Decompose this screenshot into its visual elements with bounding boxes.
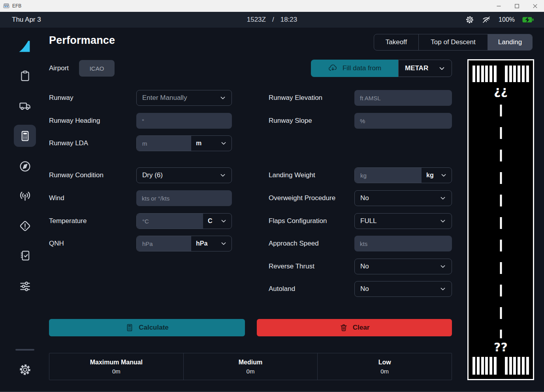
chevron-down-icon xyxy=(440,172,447,178)
runway-condition-value: Dry (6) xyxy=(142,171,163,179)
sidebar-item-flightplan[interactable] xyxy=(14,65,36,87)
sidebar-item-comms[interactable] xyxy=(14,185,36,207)
calculate-button[interactable]: Calculate xyxy=(49,319,245,336)
sidebar-item-performance[interactable] xyxy=(14,125,36,147)
battery-percent: 100% xyxy=(499,16,515,23)
runway-slope-input[interactable] xyxy=(354,113,452,129)
sidebar-item-options[interactable] xyxy=(14,275,36,297)
gear-icon[interactable] xyxy=(465,15,474,24)
tab-top-of-descent[interactable]: Top of Descent xyxy=(418,34,488,50)
approach-speed-input[interactable] xyxy=(354,236,452,251)
status-date: Thu Apr 3 xyxy=(12,16,41,24)
braking-results-table: Maximum Manual 0m Medium 0m Low 0m xyxy=(49,353,452,380)
runway-elevation-label: Runway Elevation xyxy=(269,90,322,106)
flaps-configuration-select[interactable]: FULL xyxy=(354,213,452,229)
close-button[interactable] xyxy=(526,0,544,12)
wind-label: Wind xyxy=(49,190,64,206)
temperature-unit-select[interactable]: C xyxy=(203,214,232,229)
wifi-off-icon xyxy=(482,15,491,24)
local-time: 18:23 xyxy=(280,16,297,24)
landing-weight-unit-select[interactable]: kg xyxy=(422,168,452,183)
runway-elevation-input[interactable] xyxy=(354,90,452,106)
airport-label: Airport xyxy=(49,60,69,76)
chevron-down-icon xyxy=(220,172,226,178)
fill-source-value: METAR xyxy=(405,64,428,72)
overweight-procedure-select[interactable]: No xyxy=(354,190,452,206)
clipboard-icon xyxy=(19,70,31,82)
clear-label: Clear xyxy=(353,324,370,332)
result-value: 0m xyxy=(112,368,120,375)
runway-heading-input[interactable] xyxy=(136,113,232,129)
autoland-select[interactable]: No xyxy=(354,281,452,297)
landing-weight-control: kg xyxy=(354,167,452,183)
calculate-label: Calculate xyxy=(139,324,169,332)
qnh-input[interactable] xyxy=(137,236,191,251)
runway-condition-label: Runway Condition xyxy=(49,167,104,183)
qnh-unit-value: hPa xyxy=(196,240,207,247)
runway-label: Runway xyxy=(49,90,73,106)
flaps-configuration-value: FULL xyxy=(360,217,377,225)
sidebar-item-ground-ops[interactable] xyxy=(14,94,36,116)
autoland-value: No xyxy=(360,285,369,293)
temperature-control: C xyxy=(136,213,232,229)
qnh-control: hPa xyxy=(136,236,232,251)
runway-condition-select[interactable]: Dry (6) xyxy=(136,167,232,183)
runway-lda-input[interactable] xyxy=(137,136,191,151)
qnh-label: QNH xyxy=(49,236,64,251)
chevron-down-icon xyxy=(440,195,446,201)
sidebar-item-settings[interactable] xyxy=(14,358,36,381)
landing-weight-unit-value: kg xyxy=(426,172,434,179)
runway-threshold-stripes-bottom xyxy=(472,357,529,375)
calculator-icon xyxy=(125,323,134,332)
reverse-thrust-value: No xyxy=(360,263,369,270)
overweight-procedure-label: Overweight Procedure xyxy=(269,190,335,206)
flaps-configuration-label: Flaps Configuration xyxy=(269,213,327,229)
fill-data-button[interactable]: Fill data from xyxy=(311,60,398,77)
runway-lda-control: m xyxy=(136,135,232,151)
chevron-down-icon xyxy=(220,95,226,101)
fill-source-select[interactable]: METAR xyxy=(398,60,452,77)
reverse-thrust-select[interactable]: No xyxy=(354,259,452,274)
airline-logo xyxy=(18,39,32,54)
airport-icao-input[interactable] xyxy=(79,60,115,77)
runway-lda-unit-select[interactable]: m xyxy=(191,136,232,151)
reverse-thrust-label: Reverse Thrust xyxy=(269,259,314,274)
runway-graphic: ¿¿ ?? xyxy=(467,59,534,380)
runway-select[interactable]: Enter Manually xyxy=(136,90,232,106)
runway-centerline xyxy=(500,105,502,338)
temperature-label: Temperature xyxy=(49,213,87,229)
trash-icon xyxy=(339,323,348,332)
battery-charging-icon xyxy=(522,17,534,23)
autoland-label: Autoland xyxy=(269,281,295,297)
temperature-input[interactable] xyxy=(137,214,203,229)
wind-input[interactable] xyxy=(136,190,232,206)
truck-icon xyxy=(19,99,31,112)
clear-button[interactable]: Clear xyxy=(257,319,452,336)
result-label: Medium xyxy=(239,359,262,366)
page-title: Performance xyxy=(49,34,115,47)
result-medium: Medium 0m xyxy=(183,353,318,380)
calculator-icon xyxy=(19,130,31,142)
result-value: 0m xyxy=(247,368,255,375)
sidebar-item-home[interactable] xyxy=(14,36,36,58)
tab-landing[interactable]: Landing xyxy=(488,34,532,50)
landing-weight-input[interactable] xyxy=(355,168,422,183)
sidebar-item-checklists[interactable] xyxy=(14,244,36,266)
qnh-unit-select[interactable]: hPa xyxy=(191,236,232,251)
runway-threshold-stripes-top xyxy=(472,66,529,82)
sidebar-item-navigation[interactable] xyxy=(14,155,36,177)
runway-number-far: ¿¿ xyxy=(469,85,533,97)
hazard-icon xyxy=(19,219,32,233)
checklist-icon xyxy=(19,249,31,262)
approach-speed-label: Approach Speed xyxy=(269,236,319,251)
chevron-down-icon xyxy=(440,218,446,224)
tab-takeoff[interactable]: Takeoff xyxy=(374,34,418,50)
overweight-procedure-value: No xyxy=(360,194,369,202)
sidebar-item-hazards[interactable] xyxy=(14,215,36,237)
maximize-button[interactable] xyxy=(508,0,526,12)
minimize-button[interactable] xyxy=(489,0,508,12)
chevron-down-icon xyxy=(440,263,446,270)
chevron-down-icon xyxy=(439,65,445,72)
sidebar-divider xyxy=(15,349,34,351)
cloud-download-icon xyxy=(328,64,338,73)
